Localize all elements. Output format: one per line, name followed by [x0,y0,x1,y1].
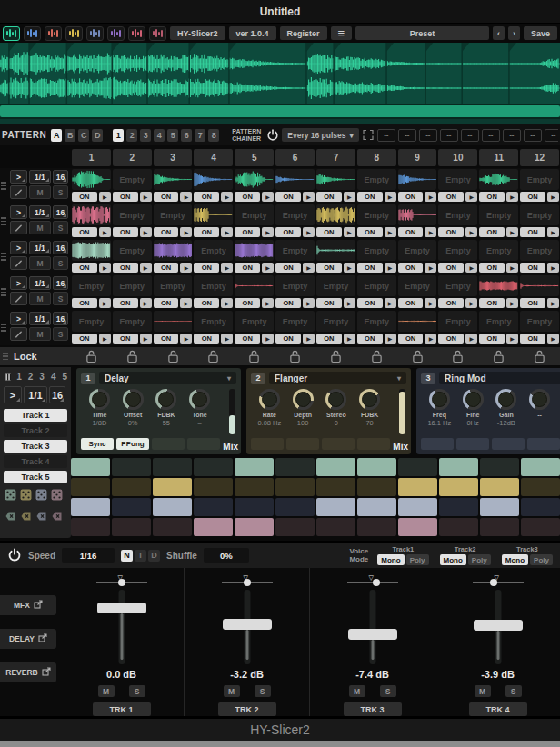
clear-x-icon-3[interactable] [35,509,47,525]
slice-waveform-thumb[interactable] [316,240,355,261]
fader-handle[interactable] [223,619,272,630]
slice-waveform-thumb[interactable]: Empty [357,169,396,190]
slice-waveform-thumb[interactable]: Empty [438,204,477,225]
chain-rate-dropdown[interactable]: Every 16 pulses▾ [282,128,359,142]
seq-step-r3c8[interactable] [357,498,396,516]
transport-power-icon[interactable] [7,548,22,563]
slice-on-button[interactable]: ON [316,334,342,344]
slice-waveform-thumb[interactable]: Empty [479,240,518,261]
seq-step-r3c1[interactable] [71,498,110,516]
slice-play-button[interactable]: ▶ [99,192,111,202]
slice-on-button[interactable]: ON [72,227,97,237]
knob-control[interactable] [429,389,450,410]
slice-waveform-thumb[interactable] [316,169,355,190]
division-button-d[interactable]: D [148,550,160,562]
lock-cell-8[interactable] [356,349,397,364]
rate-button[interactable]: 1/1 [29,241,51,254]
slice-waveform-thumb[interactable]: Empty [357,275,396,296]
seq-step-r2c1[interactable] [71,478,110,496]
slice-play-button[interactable]: ▶ [506,227,518,237]
slice-play-button[interactable]: ▶ [262,227,274,237]
channel-solo-button[interactable]: S [129,685,145,697]
slice-on-button[interactable]: ON [398,227,424,237]
fx-tab-5[interactable]: 5 [62,372,67,382]
pencil-edit-button[interactable] [10,185,27,199]
slice-waveform-thumb[interactable]: Empty [275,311,315,332]
chain-range-brackets-icon[interactable] [362,128,375,142]
slice-play-button[interactable]: ▶ [262,298,274,308]
row-drag-handle[interactable] [2,353,8,361]
slice-waveform-thumb[interactable]: Empty [154,204,193,225]
slice-on-button[interactable]: ON [438,298,464,308]
slice-play-button[interactable]: ▶ [180,192,192,202]
slice-play-button[interactable]: ▶ [303,192,315,202]
lock-cell-7[interactable] [315,349,356,364]
volume-fader[interactable] [345,590,400,664]
seq-step-r2c9[interactable] [398,478,437,496]
slice-waveform-thumb[interactable]: Empty [316,311,355,332]
slice-waveform-thumb[interactable] [275,169,315,190]
slice-waveform-thumb[interactable] [154,169,193,190]
lock-cell-10[interactable] [437,349,478,364]
track-select-button-3[interactable]: Track 3 [4,440,67,453]
slice-play-button[interactable]: ▶ [221,227,233,237]
slice-on-button[interactable]: ON [357,263,383,273]
slice-waveform-thumb[interactable]: Empty [275,204,315,225]
seq-step-r3c10[interactable] [439,498,478,516]
rate-button[interactable]: 1/1 [29,205,51,219]
slice-play-button[interactable]: ▶ [180,298,192,308]
slice-play-button[interactable]: ▶ [140,263,152,273]
rate-button[interactable]: 1/1 [29,312,51,325]
seq-step-r2c8[interactable] [357,478,396,496]
seq-step-r4c10[interactable] [439,518,478,536]
mute-button[interactable]: M [29,327,51,341]
rate-button[interactable]: 1/1 [29,276,51,290]
pan-slider[interactable]: ▽ [347,575,398,586]
slice-on-button[interactable]: ON [438,334,464,344]
preset-prev-button[interactable]: ‹ [493,26,505,40]
track-select-button-2[interactable]: Track 2 [4,424,67,437]
slice-waveform-thumb[interactable]: Empty [113,275,152,296]
slice-on-button[interactable]: ON [113,298,138,308]
slice-on-button[interactable]: ON [479,227,505,237]
dice-random-icon-1[interactable] [5,488,16,504]
slice-on-button[interactable]: ON [357,298,383,308]
slice-on-button[interactable]: ON [438,263,464,273]
track-select-button-1[interactable]: Track 1 [4,409,67,422]
slice-on-button[interactable]: ON [72,298,97,308]
slice-play-button[interactable]: ▶ [180,334,192,344]
slice-on-button[interactable]: ON [438,192,464,202]
knob-control[interactable] [463,389,484,410]
slice-on-button[interactable]: ON [520,263,545,273]
fx-button-ppong[interactable]: PPong [116,438,149,450]
slice-play-button[interactable]: ▶ [221,298,233,308]
fx-empty-slot[interactable] [357,438,390,450]
knob-control[interactable] [89,389,110,410]
voice-mono-button[interactable]: Mono [502,554,528,565]
seq-step-r1c2[interactable] [112,458,151,476]
knob-control[interactable] [325,389,346,410]
slice-waveform-thumb[interactable]: Empty [72,275,111,296]
fx-empty-slot[interactable] [187,438,220,450]
slice-play-button[interactable]: ▶ [385,192,396,202]
volume-fader[interactable] [220,590,275,664]
chain-slot-7[interactable]: -- [503,129,521,142]
seq-step-r2c7[interactable] [316,478,355,496]
row-drag-handle[interactable] [0,274,9,310]
slice-waveform-thumb[interactable]: Empty [194,311,233,332]
expand-button[interactable]: > [10,170,27,184]
seq-step-r3c4[interactable] [194,498,233,516]
slice-on-button[interactable]: ON [357,192,383,202]
slice-waveform-thumb[interactable]: Empty [113,204,152,225]
slice-on-button[interactable]: ON [235,298,260,308]
lock-cell-12[interactable] [519,349,560,364]
slice-waveform-thumb[interactable] [479,275,518,296]
seq-step-r2c10[interactable] [439,478,478,496]
slice-play-button[interactable]: ▶ [140,298,152,308]
channel-solo-button[interactable]: S [380,685,396,697]
slice-play-button[interactable]: ▶ [547,227,559,237]
division-button-n[interactable]: N [121,550,133,562]
sample-slot-button-8[interactable] [149,26,166,41]
slice-waveform-thumb[interactable]: Empty [520,204,559,225]
slice-waveform-thumb[interactable]: Empty [357,204,396,225]
